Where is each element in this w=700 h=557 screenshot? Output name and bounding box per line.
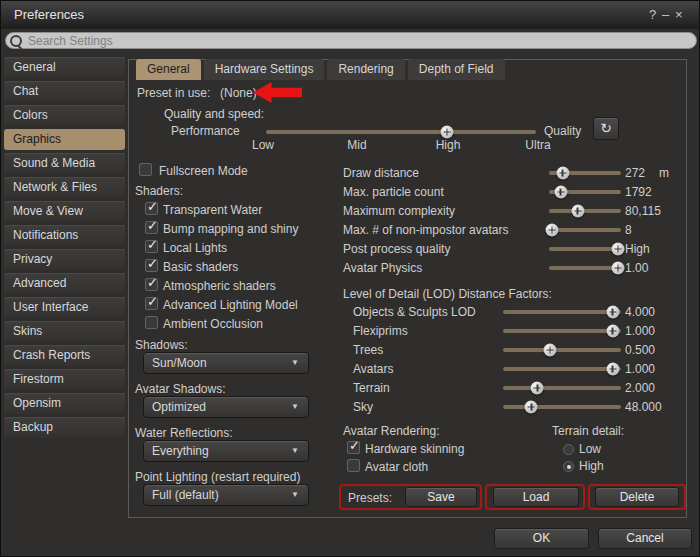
tick-high: High: [436, 138, 461, 152]
post-process-slider[interactable]: [549, 247, 621, 251]
sidebar-item-colors[interactable]: Colors: [4, 105, 125, 126]
sidebar-item-firestorm[interactable]: Firestorm: [4, 369, 125, 390]
terrain-detail-title: Terrain detail:: [552, 424, 624, 438]
point-lighting-dropdown[interactable]: Full (default)▼: [143, 484, 309, 506]
sky-row: Sky 48.000: [343, 400, 687, 416]
slider-knob[interactable]: [544, 344, 557, 357]
search-input[interactable]: [5, 32, 697, 49]
particle-count-row: Max. particle count 1792: [343, 185, 687, 201]
bump-mapping-checkbox[interactable]: ✓: [145, 221, 158, 234]
sidebar-item-privacy[interactable]: Privacy: [4, 249, 125, 270]
slider-knob[interactable]: [606, 325, 619, 338]
chevron-down-icon: ▼: [291, 485, 299, 505]
slider-knob[interactable]: [531, 382, 544, 395]
avatar-physics-slider[interactable]: [549, 266, 621, 270]
point-lighting-label: Point Lighting (restart required): [135, 470, 300, 484]
sidebar-item-graphics[interactable]: Graphics: [4, 129, 125, 150]
water-reflections-dropdown[interactable]: Everything▼: [143, 440, 309, 462]
basic-shaders-checkbox[interactable]: ✓: [145, 259, 158, 272]
trees-slider[interactable]: [503, 348, 621, 352]
avatars-slider[interactable]: [503, 367, 621, 371]
draw-distance-row: Draw distance 272 m: [343, 166, 687, 182]
tick-mid: Mid: [347, 138, 366, 152]
slider-knob[interactable]: [612, 243, 625, 256]
sidebar-item-advanced[interactable]: Advanced: [4, 273, 125, 294]
tab-rendering[interactable]: Rendering: [327, 59, 404, 80]
ok-button[interactable]: OK: [494, 528, 589, 549]
draw-distance-slider[interactable]: [549, 171, 621, 175]
sidebar-item-chat[interactable]: Chat: [4, 81, 125, 102]
fullscreen-checkbox[interactable]: ✓: [139, 163, 152, 176]
atmospheric-shaders-label: Atmospheric shaders: [163, 279, 276, 293]
terrain-slider[interactable]: [503, 386, 621, 390]
terrain-low-radio[interactable]: [563, 444, 574, 455]
close-icon[interactable]: ×: [675, 7, 683, 22]
sidebar-item-network-files[interactable]: Network & Files: [4, 177, 125, 198]
sidebar: General Chat Colors Graphics Sound & Med…: [4, 57, 125, 438]
avatar-shadows-dropdown[interactable]: Optimized▼: [143, 396, 309, 418]
local-lights-checkbox[interactable]: ✓: [145, 240, 158, 253]
avatar-cloth-checkbox[interactable]: ✓: [347, 459, 360, 472]
max-complexity-slider[interactable]: [549, 209, 621, 213]
preferences-window: Preferences ? – × General Chat Colors Gr…: [0, 0, 700, 557]
slider-knob[interactable]: [606, 363, 619, 376]
hardware-skinning-label: Hardware skinning: [365, 442, 464, 456]
sidebar-item-general[interactable]: General: [4, 57, 125, 78]
slider-knob[interactable]: [612, 262, 625, 275]
atmospheric-shaders-checkbox[interactable]: ✓: [145, 278, 158, 291]
quality-speed-title: Quality and speed:: [164, 107, 264, 121]
preset-in-use-label: Preset in use:: [137, 86, 210, 100]
sidebar-item-skins[interactable]: Skins: [4, 321, 125, 342]
avatar-physics-row: Avatar Physics 1.00: [343, 261, 687, 277]
terrain-high-radio[interactable]: [563, 461, 574, 472]
load-button[interactable]: Load: [493, 487, 579, 507]
preset-in-use-value: (None): [220, 86, 257, 100]
slider-knob[interactable]: [571, 205, 584, 218]
non-impostor-avatars-slider[interactable]: [549, 228, 621, 232]
lod-title: Level of Detail (LOD) Distance Factors:: [343, 287, 552, 301]
chevron-down-icon: ▼: [291, 397, 299, 417]
ambient-occlusion-checkbox[interactable]: ✓: [145, 316, 158, 329]
slider-knob[interactable]: [545, 224, 558, 237]
tick-low: Low: [252, 138, 274, 152]
tab-hardware-settings[interactable]: Hardware Settings: [204, 59, 325, 80]
objects-sculpts-lod-row: Objects & Sculpts LOD 4.000: [343, 305, 687, 321]
quality-slider-knob[interactable]: [440, 126, 453, 139]
shadows-label: Shadows:: [135, 338, 188, 352]
slider-knob[interactable]: [525, 401, 538, 414]
refresh-icon[interactable]: ↻: [593, 117, 619, 140]
sky-slider[interactable]: [503, 405, 621, 409]
basic-shaders-label: Basic shaders: [163, 260, 238, 274]
slider-knob[interactable]: [606, 306, 619, 319]
tab-general[interactable]: General: [136, 59, 201, 80]
quality-slider[interactable]: [266, 130, 536, 134]
non-impostor-avatars-row: Max. # of non-impostor avatars 8: [343, 223, 687, 239]
shadows-dropdown[interactable]: Sun/Moon▼: [143, 352, 309, 374]
sidebar-item-user-interface[interactable]: User Interface: [4, 297, 125, 318]
hardware-skinning-checkbox[interactable]: ✓: [347, 441, 360, 454]
transparent-water-checkbox[interactable]: ✓: [145, 202, 158, 215]
cancel-button[interactable]: Cancel: [598, 528, 692, 549]
minimize-icon[interactable]: –: [662, 7, 669, 22]
ambient-occlusion-label: Ambient Occlusion: [163, 317, 263, 331]
sidebar-item-sound-media[interactable]: Sound & Media: [4, 153, 125, 174]
water-reflections-label: Water Reflections:: [135, 426, 233, 440]
slider-knob[interactable]: [554, 186, 567, 199]
tab-depth-of-field[interactable]: Depth of Field: [408, 59, 505, 80]
particle-count-slider[interactable]: [549, 190, 621, 194]
sidebar-item-backup[interactable]: Backup: [4, 417, 125, 438]
avatar-cloth-label: Avatar cloth: [365, 460, 428, 474]
tab-bar: General Hardware Settings Rendering Dept…: [136, 59, 505, 80]
objects-sculpts-lod-slider[interactable]: [503, 310, 621, 314]
sidebar-item-move-view[interactable]: Move & View: [4, 201, 125, 222]
bump-mapping-label: Bump mapping and shiny: [163, 222, 298, 236]
help-icon[interactable]: ?: [649, 7, 656, 22]
advanced-lighting-checkbox[interactable]: ✓: [145, 297, 158, 310]
sidebar-item-opensim[interactable]: Opensim: [4, 393, 125, 414]
sidebar-item-crash-reports[interactable]: Crash Reports: [4, 345, 125, 366]
delete-button[interactable]: Delete: [595, 487, 679, 507]
save-button[interactable]: Save: [405, 487, 477, 507]
sidebar-item-notifications[interactable]: Notifications: [4, 225, 125, 246]
slider-knob[interactable]: [556, 167, 569, 180]
flexiprims-slider[interactable]: [503, 329, 621, 333]
